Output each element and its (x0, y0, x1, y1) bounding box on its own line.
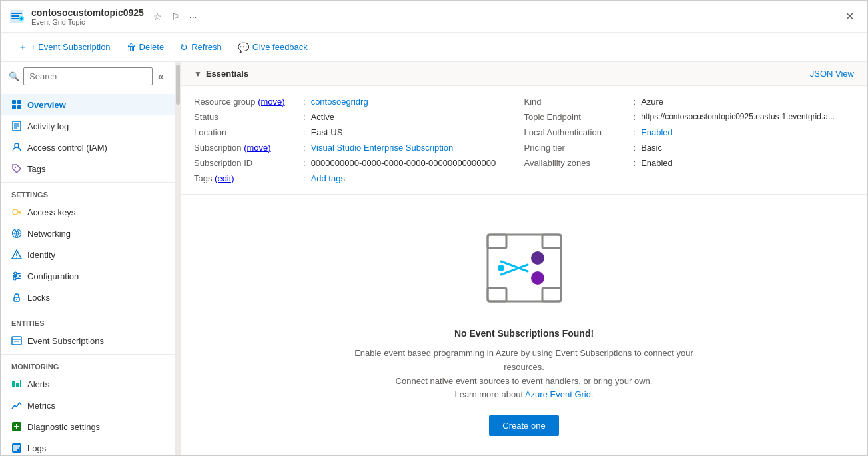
sidebar-item-networking-label: Networking (27, 229, 71, 239)
sidebar-item-identity-label: Identity (27, 250, 55, 260)
azure-event-grid-link[interactable]: Azure Event Grid (525, 389, 591, 399)
sidebar-item-tags[interactable]: Tags (1, 158, 175, 179)
json-view-link[interactable]: JSON View (810, 69, 854, 79)
sidebar-item-access-control[interactable]: Access control (IAM) (1, 137, 175, 158)
essentials-right-col: Kind : Azure Topic Endpoint : https://co… (524, 97, 855, 183)
essentials-tags-row: Tags (edit) : Add tags (194, 173, 524, 183)
essentials-availability-zones-row: Availability zones : Enabled (524, 158, 855, 168)
sidebar-item-networking[interactable]: Networking (1, 223, 175, 244)
sidebar-item-access-keys[interactable]: Access keys (1, 201, 175, 223)
svg-point-54 (531, 251, 544, 265)
subscription-id-label: Subscription ID (194, 158, 300, 168)
settings-section-title: Settings (1, 182, 175, 201)
refresh-icon: ↻ (180, 42, 188, 53)
sidebar-item-tags-label: Tags (27, 164, 45, 174)
availability-zones-label: Availability zones (524, 158, 631, 168)
search-box: 🔍 « (1, 62, 175, 91)
empty-state: No Event Subscriptions Found! Enable eve… (181, 195, 867, 455)
sidebar-item-alerts[interactable]: Alerts (1, 373, 175, 395)
essentials-topic-endpoint-row: Topic Endpoint : https://contosocustomto… (524, 112, 855, 122)
resource-name: contosocustomtopic0925 (31, 7, 144, 18)
create-one-button[interactable]: Create one (489, 415, 558, 436)
sidebar-item-logs-label: Logs (27, 443, 46, 453)
resource-group-link[interactable]: contosoegridrg (311, 97, 368, 107)
sidebar-item-diagnostic-settings[interactable]: Diagnostic settings (1, 416, 175, 437)
close-button[interactable]: ✕ (840, 7, 859, 25)
search-icon: 🔍 (9, 71, 19, 81)
toolbar: ＋ + Event Subscription 🗑 Delete ↻ Refres… (1, 33, 867, 62)
svg-rect-38 (16, 383, 19, 387)
activity-log-icon (11, 121, 22, 131)
logs-icon (11, 443, 22, 453)
sidebar-item-metrics[interactable]: Metrics (1, 395, 175, 416)
sidebar-item-access-control-label: Access control (IAM) (27, 143, 107, 153)
delete-button[interactable]: 🗑 Delete (120, 39, 171, 56)
sidebar-item-identity[interactable]: Identity (1, 244, 175, 265)
tags-edit-link[interactable]: (edit) (215, 173, 234, 183)
kind-label: Kind (524, 97, 631, 107)
plus-icon: ＋ (18, 41, 27, 53)
resource-group-value: contosoegridrg (311, 97, 368, 107)
sidebar-item-logs[interactable]: Logs (1, 437, 175, 455)
resource-group-move-link[interactable]: (move) (258, 97, 284, 107)
svg-point-56 (498, 265, 504, 271)
essentials-title-label: Essentials (206, 69, 248, 79)
subscription-move-link[interactable]: (move) (244, 143, 270, 153)
local-auth-value: Enabled (641, 127, 673, 137)
subscription-label: Subscription (move) (194, 143, 300, 153)
overview-icon (11, 99, 22, 110)
empty-state-desc-line1: Enable event based programming in Azure … (354, 348, 693, 372)
svg-point-32 (16, 299, 17, 300)
location-label: Location (194, 127, 300, 137)
svg-rect-1 (11, 13, 22, 14)
main-content: 🔍 « Overview Activity log (1, 62, 867, 455)
sidebar-item-overview[interactable]: Overview (1, 94, 175, 115)
metrics-icon (11, 400, 22, 411)
svg-point-55 (531, 271, 544, 285)
title-bar: contosocustomtopic0925 Event Grid Topic … (1, 1, 867, 33)
availability-zones-value: Enabled (641, 158, 673, 168)
pin-outline-btn[interactable]: ☆ (151, 10, 165, 23)
empty-state-title: No Event Subscriptions Found! (454, 328, 594, 339)
key-icon (11, 207, 22, 217)
monitoring-section-title: Monitoring (1, 354, 175, 373)
event-subscription-button[interactable]: ＋ + Event Subscription (11, 38, 117, 57)
sidebar-item-locks[interactable]: Locks (1, 287, 175, 308)
feedback-icon: 💬 (238, 42, 249, 53)
essentials-grid: Resource group (move) : contosoegridrg S… (181, 86, 867, 195)
status-value: Active (311, 112, 334, 122)
svg-rect-2 (11, 15, 19, 17)
topic-endpoint-value: https://contosocustomtopic0925.eastus-1.… (641, 112, 835, 121)
resource-type: Event Grid Topic (31, 18, 144, 26)
networking-icon (11, 228, 22, 239)
more-btn[interactable]: ··· (187, 10, 200, 23)
svg-rect-8 (17, 105, 21, 109)
search-input[interactable] (23, 67, 153, 85)
resource-icon (9, 9, 25, 25)
sidebar-item-event-subscriptions[interactable]: Event Subscriptions (1, 330, 175, 351)
sidebar-item-overview-label: Overview (27, 100, 66, 110)
essentials-collapse-icon[interactable]: ▼ (194, 69, 202, 79)
sidebar-scroll-thumb (176, 65, 180, 105)
location-value: East US (311, 127, 343, 137)
refresh-button[interactable]: ↻ Refresh (173, 39, 228, 56)
empty-state-desc-line3-pre: Learn more about (454, 389, 525, 399)
svg-rect-50 (488, 288, 506, 301)
identity-icon (11, 249, 22, 260)
essentials-pricing-tier-row: Pricing tier : Basic (524, 143, 855, 153)
svg-rect-39 (20, 380, 21, 387)
tags-icon (11, 163, 22, 174)
feedback-button[interactable]: 💬 Give feedback (231, 39, 314, 56)
local-auth-link[interactable]: Enabled (641, 127, 673, 137)
bookmark-btn[interactable]: ⚐ (169, 10, 183, 23)
sidebar-scrollbar[interactable] (175, 62, 181, 455)
subscription-link[interactable]: Visual Studio Enterprise Subscription (311, 143, 454, 153)
sidebar-collapse-button[interactable]: « (155, 68, 167, 85)
sidebar-item-metrics-label: Metrics (27, 401, 55, 411)
delete-icon: 🗑 (127, 42, 136, 53)
add-tags-link[interactable]: Add tags (311, 173, 345, 183)
sidebar-item-configuration[interactable]: Configuration (1, 265, 175, 287)
sidebar-item-activity-log[interactable]: Activity log (1, 115, 175, 137)
main-window: contosocustomtopic0925 Event Grid Topic … (0, 0, 868, 456)
empty-state-icon (478, 221, 571, 315)
